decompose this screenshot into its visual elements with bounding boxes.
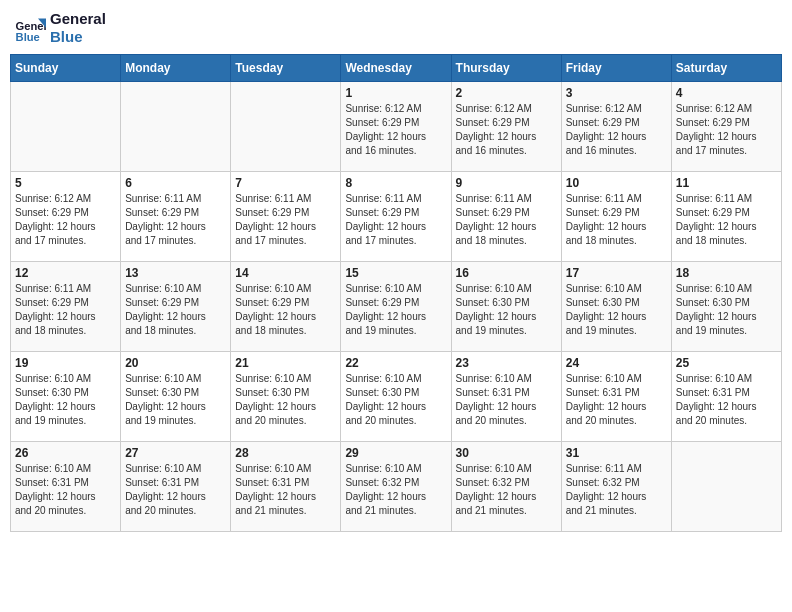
day-number: 2	[456, 86, 557, 100]
calendar-cell: 4Sunrise: 6:12 AM Sunset: 6:29 PM Daylig…	[671, 82, 781, 172]
day-number: 3	[566, 86, 667, 100]
weekday-header-saturday: Saturday	[671, 55, 781, 82]
day-info: Sunrise: 6:10 AM Sunset: 6:31 PM Dayligh…	[15, 462, 116, 518]
day-number: 22	[345, 356, 446, 370]
day-info: Sunrise: 6:10 AM Sunset: 6:31 PM Dayligh…	[235, 462, 336, 518]
day-info: Sunrise: 6:10 AM Sunset: 6:31 PM Dayligh…	[676, 372, 777, 428]
weekday-header-monday: Monday	[121, 55, 231, 82]
day-number: 6	[125, 176, 226, 190]
calendar-cell: 24Sunrise: 6:10 AM Sunset: 6:31 PM Dayli…	[561, 352, 671, 442]
day-number: 12	[15, 266, 116, 280]
calendar-cell	[11, 82, 121, 172]
calendar-cell: 8Sunrise: 6:11 AM Sunset: 6:29 PM Daylig…	[341, 172, 451, 262]
day-number: 17	[566, 266, 667, 280]
calendar-cell: 15Sunrise: 6:10 AM Sunset: 6:29 PM Dayli…	[341, 262, 451, 352]
calendar-cell	[671, 442, 781, 532]
day-number: 1	[345, 86, 446, 100]
day-number: 23	[456, 356, 557, 370]
calendar-cell: 18Sunrise: 6:10 AM Sunset: 6:30 PM Dayli…	[671, 262, 781, 352]
calendar-cell: 14Sunrise: 6:10 AM Sunset: 6:29 PM Dayli…	[231, 262, 341, 352]
week-row-3: 12Sunrise: 6:11 AM Sunset: 6:29 PM Dayli…	[11, 262, 782, 352]
calendar-cell: 2Sunrise: 6:12 AM Sunset: 6:29 PM Daylig…	[451, 82, 561, 172]
day-number: 27	[125, 446, 226, 460]
day-info: Sunrise: 6:10 AM Sunset: 6:30 PM Dayligh…	[566, 282, 667, 338]
calendar-cell: 3Sunrise: 6:12 AM Sunset: 6:29 PM Daylig…	[561, 82, 671, 172]
day-info: Sunrise: 6:12 AM Sunset: 6:29 PM Dayligh…	[345, 102, 446, 158]
calendar-cell: 25Sunrise: 6:10 AM Sunset: 6:31 PM Dayli…	[671, 352, 781, 442]
calendar-cell: 6Sunrise: 6:11 AM Sunset: 6:29 PM Daylig…	[121, 172, 231, 262]
day-info: Sunrise: 6:11 AM Sunset: 6:29 PM Dayligh…	[15, 282, 116, 338]
day-number: 11	[676, 176, 777, 190]
calendar-cell: 10Sunrise: 6:11 AM Sunset: 6:29 PM Dayli…	[561, 172, 671, 262]
day-number: 24	[566, 356, 667, 370]
day-info: Sunrise: 6:10 AM Sunset: 6:32 PM Dayligh…	[456, 462, 557, 518]
weekday-header-tuesday: Tuesday	[231, 55, 341, 82]
day-info: Sunrise: 6:11 AM Sunset: 6:29 PM Dayligh…	[566, 192, 667, 248]
calendar-cell: 29Sunrise: 6:10 AM Sunset: 6:32 PM Dayli…	[341, 442, 451, 532]
day-number: 21	[235, 356, 336, 370]
week-row-2: 5Sunrise: 6:12 AM Sunset: 6:29 PM Daylig…	[11, 172, 782, 262]
day-info: Sunrise: 6:10 AM Sunset: 6:29 PM Dayligh…	[345, 282, 446, 338]
day-info: Sunrise: 6:11 AM Sunset: 6:29 PM Dayligh…	[235, 192, 336, 248]
logo-icon: General Blue	[14, 12, 46, 44]
day-info: Sunrise: 6:10 AM Sunset: 6:31 PM Dayligh…	[456, 372, 557, 428]
calendar-cell: 23Sunrise: 6:10 AM Sunset: 6:31 PM Dayli…	[451, 352, 561, 442]
day-info: Sunrise: 6:11 AM Sunset: 6:29 PM Dayligh…	[456, 192, 557, 248]
day-number: 14	[235, 266, 336, 280]
day-info: Sunrise: 6:10 AM Sunset: 6:31 PM Dayligh…	[125, 462, 226, 518]
day-info: Sunrise: 6:10 AM Sunset: 6:32 PM Dayligh…	[345, 462, 446, 518]
day-info: Sunrise: 6:11 AM Sunset: 6:32 PM Dayligh…	[566, 462, 667, 518]
page-header: General Blue General Blue	[10, 10, 782, 46]
day-info: Sunrise: 6:10 AM Sunset: 6:30 PM Dayligh…	[15, 372, 116, 428]
day-info: Sunrise: 6:11 AM Sunset: 6:29 PM Dayligh…	[345, 192, 446, 248]
day-number: 9	[456, 176, 557, 190]
day-number: 20	[125, 356, 226, 370]
calendar-cell: 31Sunrise: 6:11 AM Sunset: 6:32 PM Dayli…	[561, 442, 671, 532]
day-info: Sunrise: 6:10 AM Sunset: 6:30 PM Dayligh…	[456, 282, 557, 338]
calendar-cell: 26Sunrise: 6:10 AM Sunset: 6:31 PM Dayli…	[11, 442, 121, 532]
calendar-cell: 9Sunrise: 6:11 AM Sunset: 6:29 PM Daylig…	[451, 172, 561, 262]
day-number: 31	[566, 446, 667, 460]
day-info: Sunrise: 6:12 AM Sunset: 6:29 PM Dayligh…	[566, 102, 667, 158]
logo: General Blue General Blue	[14, 10, 106, 46]
weekday-header-thursday: Thursday	[451, 55, 561, 82]
day-number: 4	[676, 86, 777, 100]
logo-general: General	[50, 10, 106, 28]
day-number: 8	[345, 176, 446, 190]
calendar-cell: 28Sunrise: 6:10 AM Sunset: 6:31 PM Dayli…	[231, 442, 341, 532]
svg-text:Blue: Blue	[16, 31, 40, 43]
day-number: 26	[15, 446, 116, 460]
calendar-cell	[121, 82, 231, 172]
day-number: 7	[235, 176, 336, 190]
day-info: Sunrise: 6:10 AM Sunset: 6:29 PM Dayligh…	[235, 282, 336, 338]
day-number: 13	[125, 266, 226, 280]
calendar-cell: 13Sunrise: 6:10 AM Sunset: 6:29 PM Dayli…	[121, 262, 231, 352]
logo-blue: Blue	[50, 28, 106, 46]
calendar-cell: 30Sunrise: 6:10 AM Sunset: 6:32 PM Dayli…	[451, 442, 561, 532]
calendar-cell: 27Sunrise: 6:10 AM Sunset: 6:31 PM Dayli…	[121, 442, 231, 532]
day-number: 30	[456, 446, 557, 460]
day-info: Sunrise: 6:11 AM Sunset: 6:29 PM Dayligh…	[125, 192, 226, 248]
day-info: Sunrise: 6:10 AM Sunset: 6:30 PM Dayligh…	[235, 372, 336, 428]
day-number: 5	[15, 176, 116, 190]
day-number: 18	[676, 266, 777, 280]
day-info: Sunrise: 6:12 AM Sunset: 6:29 PM Dayligh…	[676, 102, 777, 158]
day-number: 16	[456, 266, 557, 280]
day-info: Sunrise: 6:11 AM Sunset: 6:29 PM Dayligh…	[676, 192, 777, 248]
calendar-cell: 22Sunrise: 6:10 AM Sunset: 6:30 PM Dayli…	[341, 352, 451, 442]
calendar-cell: 12Sunrise: 6:11 AM Sunset: 6:29 PM Dayli…	[11, 262, 121, 352]
calendar-cell: 5Sunrise: 6:12 AM Sunset: 6:29 PM Daylig…	[11, 172, 121, 262]
weekday-header-friday: Friday	[561, 55, 671, 82]
calendar-cell: 11Sunrise: 6:11 AM Sunset: 6:29 PM Dayli…	[671, 172, 781, 262]
calendar-table: SundayMondayTuesdayWednesdayThursdayFrid…	[10, 54, 782, 532]
calendar-cell: 19Sunrise: 6:10 AM Sunset: 6:30 PM Dayli…	[11, 352, 121, 442]
day-number: 25	[676, 356, 777, 370]
day-info: Sunrise: 6:10 AM Sunset: 6:31 PM Dayligh…	[566, 372, 667, 428]
day-info: Sunrise: 6:10 AM Sunset: 6:30 PM Dayligh…	[676, 282, 777, 338]
day-info: Sunrise: 6:12 AM Sunset: 6:29 PM Dayligh…	[456, 102, 557, 158]
weekday-header-sunday: Sunday	[11, 55, 121, 82]
weekday-header-row: SundayMondayTuesdayWednesdayThursdayFrid…	[11, 55, 782, 82]
weekday-header-wednesday: Wednesday	[341, 55, 451, 82]
day-number: 19	[15, 356, 116, 370]
week-row-1: 1Sunrise: 6:12 AM Sunset: 6:29 PM Daylig…	[11, 82, 782, 172]
